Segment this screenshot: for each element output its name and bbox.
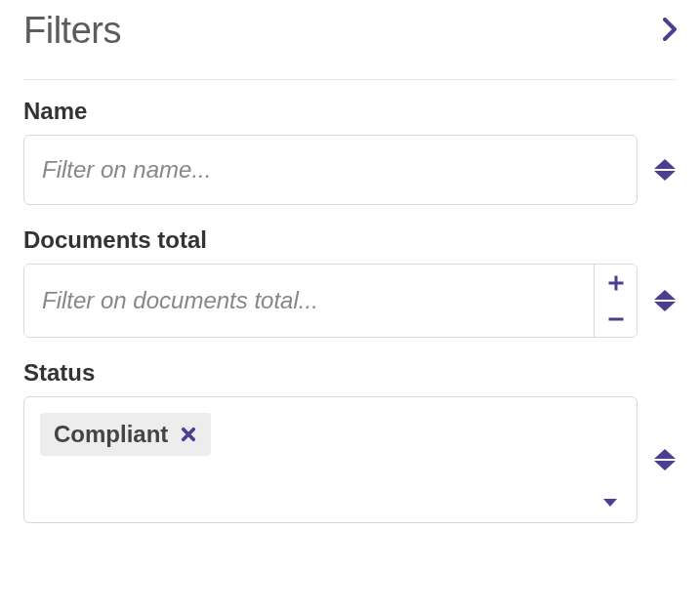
sort-down-icon (654, 302, 676, 311)
chevron-right-icon (663, 18, 677, 41)
status-label: Status (23, 359, 677, 387)
numeric-stepper (594, 265, 637, 337)
documents-total-input[interactable] (24, 265, 594, 337)
status-sort-toggle[interactable] (653, 449, 677, 470)
sort-down-icon (654, 171, 676, 181)
sort-up-icon (654, 449, 676, 459)
documents-total-input-wrapper (23, 264, 638, 338)
sort-up-icon (654, 159, 676, 169)
status-tag: Compliant (40, 413, 211, 456)
name-input[interactable] (23, 135, 638, 205)
sort-down-icon (654, 461, 676, 470)
page-title: Filters (23, 10, 121, 52)
stepper-increment[interactable] (595, 265, 637, 301)
collapse-toggle[interactable] (663, 18, 677, 45)
name-label: Name (23, 98, 677, 125)
status-tag-label: Compliant (54, 421, 168, 448)
filter-group-status: Status Compliant (23, 359, 677, 523)
filters-header: Filters (23, 10, 677, 80)
plus-icon (607, 274, 625, 292)
sort-up-icon (654, 290, 676, 300)
caret-down-icon (603, 499, 617, 507)
status-tag-remove[interactable] (180, 426, 197, 443)
status-select[interactable]: Compliant (23, 396, 638, 523)
minus-icon (607, 310, 625, 328)
stepper-decrement[interactable] (595, 301, 637, 337)
status-dropdown-toggle[interactable] (603, 499, 617, 507)
filter-group-name: Name (23, 98, 677, 205)
name-sort-toggle[interactable] (653, 159, 677, 181)
filter-group-documents-total: Documents total (23, 226, 677, 338)
documents-total-label: Documents total (23, 226, 677, 254)
close-icon (180, 426, 197, 443)
documents-total-sort-toggle[interactable] (653, 290, 677, 311)
